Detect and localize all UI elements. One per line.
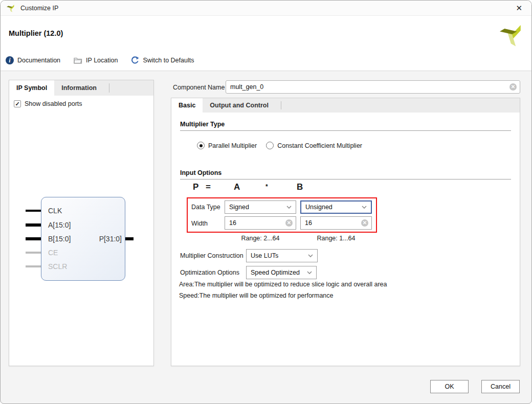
- multiplier-construction-value: Use LUTs: [251, 252, 278, 259]
- show-disabled-ports-label: Show disabled ports: [25, 100, 82, 107]
- show-disabled-ports-row[interactable]: ✓ Show disabled ports: [14, 100, 82, 107]
- documentation-button[interactable]: i Documentation: [6, 56, 60, 64]
- a-range-hint: Range: 2...64: [225, 235, 296, 242]
- chevron-down-icon: [307, 271, 312, 274]
- refresh-icon: [131, 56, 139, 64]
- component-name-field: ✕: [226, 80, 520, 94]
- ok-button[interactable]: OK: [430, 380, 469, 393]
- width-a-input[interactable]: [229, 219, 285, 227]
- documentation-label: Documentation: [17, 57, 60, 64]
- radio-selected-icon[interactable]: [197, 142, 205, 149]
- b-port-stub: [26, 237, 41, 240]
- p-port-stub: [125, 237, 134, 240]
- equation-equals: =: [206, 182, 211, 192]
- tab-basic[interactable]: Basic: [171, 98, 203, 113]
- title-bar: Customize IP ✕: [1, 1, 531, 16]
- sclr-port-stub: [26, 265, 41, 267]
- customize-ip-dialog: Customize IP ✕ Multiplier (12.0) i Docum…: [0, 0, 532, 404]
- equation-p: P: [193, 182, 198, 192]
- ce-port-stub: [26, 252, 41, 254]
- multiplier-type-title: Multiplier Type: [180, 121, 225, 128]
- ip-symbol-panel: IP Symbol Information ✓ Show disabled po…: [9, 80, 154, 366]
- area-note: Area:The multiplier will be optimized to…: [179, 281, 387, 288]
- a-port-stub: [26, 223, 41, 227]
- chevron-down-icon: [286, 206, 292, 209]
- toolbar: i Documentation IP Location Switch to De…: [6, 54, 194, 66]
- port-label-sclr: SCLR: [48, 262, 67, 271]
- data-type-a-dropdown[interactable]: Signed: [225, 200, 296, 214]
- data-type-b-dropdown[interactable]: Unsigned: [300, 200, 372, 214]
- left-tabbar: IP Symbol Information: [9, 80, 153, 96]
- multiplier-construction-label: Multiplier Construction: [180, 252, 243, 259]
- data-type-b-value: Unsigned: [305, 204, 332, 211]
- dialog-header: Multiplier (12.0) i Documentation IP Loc…: [1, 16, 531, 71]
- data-type-label: Data Type: [191, 204, 220, 211]
- clear-icon[interactable]: ✕: [361, 219, 368, 227]
- chevron-down-icon: [308, 254, 313, 257]
- clear-icon[interactable]: ✕: [285, 219, 293, 227]
- multiplier-construction-dropdown[interactable]: Use LUTs: [246, 249, 318, 262]
- clk-port-stub: [26, 210, 41, 212]
- width-a-field: ✕: [225, 216, 296, 230]
- chevron-down-icon: [362, 206, 367, 209]
- ip-location-label: IP Location: [86, 57, 118, 64]
- equation-a: A: [234, 182, 240, 192]
- folder-icon: [74, 57, 82, 64]
- app-logo-icon: [7, 4, 15, 12]
- radio-unselected-icon[interactable]: [266, 142, 274, 149]
- data-type-a-value: Signed: [229, 204, 249, 211]
- width-b-field: ✕: [300, 216, 372, 230]
- section-rule: [180, 179, 511, 179]
- cancel-button[interactable]: Cancel: [481, 380, 520, 393]
- vendor-logo-icon: [500, 22, 524, 47]
- config-tabbar: Basic Output and Control: [171, 98, 520, 113]
- equation-b: B: [297, 182, 303, 192]
- show-disabled-ports-checkbox[interactable]: ✓: [14, 100, 21, 107]
- port-label-clk: CLK: [48, 207, 62, 215]
- window-title: Customize IP: [20, 5, 58, 12]
- parallel-multiplier-option[interactable]: Parallel Multiplier: [197, 142, 257, 149]
- constant-coefficient-label: Constant Coefficient Multiplier: [277, 142, 362, 149]
- input-options-title: Input Options: [180, 169, 221, 176]
- close-icon[interactable]: ✕: [513, 4, 525, 13]
- equation-row: P = A * B: [171, 182, 520, 194]
- clear-icon[interactable]: ✕: [509, 83, 517, 91]
- optimization-options-label: Optimization Options: [180, 269, 239, 276]
- speed-note: Speed:The multiplier will be optimized f…: [179, 292, 334, 299]
- tab-output-and-control[interactable]: Output and Control: [203, 98, 276, 113]
- section-rule: [180, 130, 511, 131]
- component-name-input[interactable]: [230, 83, 509, 91]
- parallel-multiplier-label: Parallel Multiplier: [208, 142, 257, 149]
- optimization-options-value: Speed Optimized: [251, 269, 300, 276]
- ip-title: Multiplier (12.0): [9, 29, 63, 37]
- width-label: Width: [191, 220, 208, 227]
- b-range-hint: Range: 1...64: [300, 235, 372, 242]
- tab-ip-symbol[interactable]: IP Symbol: [9, 80, 54, 96]
- info-icon: i: [6, 56, 14, 64]
- width-b-input[interactable]: [305, 219, 361, 227]
- port-label-ce: CE: [48, 249, 58, 257]
- tab-information[interactable]: Information: [54, 80, 104, 96]
- switch-to-defaults-label: Switch to Defaults: [143, 57, 194, 64]
- constant-coefficient-option[interactable]: Constant Coefficient Multiplier: [266, 142, 362, 149]
- component-name-label: Component Name: [173, 84, 225, 91]
- tab-separator: [109, 83, 109, 93]
- port-label-a: A[15:0]: [48, 221, 71, 229]
- switch-to-defaults-button[interactable]: Switch to Defaults: [131, 56, 194, 64]
- equation-multiply: *: [265, 183, 268, 190]
- ip-location-button[interactable]: IP Location: [74, 57, 118, 64]
- port-label-p: P[31:0]: [86, 235, 122, 243]
- port-label-b: B[15:0]: [48, 235, 71, 243]
- tab-separator: [281, 101, 281, 109]
- optimization-options-dropdown[interactable]: Speed Optimized: [246, 266, 317, 279]
- multiplier-type-options: Parallel Multiplier Constant Coefficient…: [197, 142, 362, 149]
- config-panel: Basic Output and Control Multiplier Type…: [171, 98, 520, 366]
